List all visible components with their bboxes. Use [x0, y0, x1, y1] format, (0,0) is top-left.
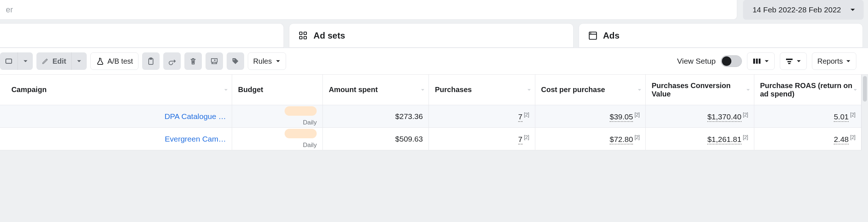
- col-status: [0, 75, 5, 105]
- revert-button[interactable]: [163, 52, 181, 70]
- breakdown-button[interactable]: [780, 52, 807, 70]
- create-split: [0, 52, 33, 70]
- create-caret[interactable]: [17, 52, 33, 70]
- export-button[interactable]: [206, 52, 223, 70]
- chevron-down-icon: [275, 59, 281, 64]
- campaign-table: Campaign Budget Amount spent Purchases: [0, 75, 861, 150]
- rules-label: Rules: [253, 57, 272, 66]
- svg-rect-12: [756, 59, 758, 64]
- budget-period: Daily: [238, 119, 317, 126]
- view-setup-label: View Setup: [677, 57, 716, 66]
- delete-button[interactable]: [184, 52, 202, 70]
- svg-rect-11: [753, 59, 755, 64]
- budget-cell: Daily: [232, 105, 323, 128]
- table-row[interactable]: DPA Catalogue … Daily $273.36 7[2] $39.0…: [0, 105, 861, 128]
- col-purchases[interactable]: Purchases: [429, 75, 535, 105]
- sort-caret-icon: [421, 88, 425, 92]
- col-purchases-conversion-value[interactable]: Purchases Conversion Value: [646, 75, 754, 105]
- col-budget[interactable]: Budget: [232, 75, 323, 105]
- amount-spent-cell: $273.36: [323, 105, 429, 128]
- tab-ad-sets[interactable]: Ad sets: [289, 23, 573, 48]
- search-fragment: er: [6, 5, 13, 15]
- ads-icon: [588, 31, 598, 41]
- row-status: [0, 105, 5, 128]
- flask-icon: [96, 57, 104, 65]
- search-input[interactable]: er: [0, 0, 737, 20]
- cpp-cell: $39.05[2]: [535, 105, 646, 128]
- trash-icon: [189, 57, 197, 65]
- undo-icon: [168, 57, 176, 65]
- sort-caret-icon: [224, 88, 228, 92]
- svg-rect-15: [787, 61, 791, 62]
- export-icon: [210, 58, 218, 65]
- columns-icon: [752, 58, 761, 65]
- svg-rect-3: [304, 36, 306, 39]
- date-range-picker[interactable]: 14 Feb 2022-28 Feb 2022: [743, 0, 864, 20]
- sort-caret-icon: [746, 88, 750, 92]
- svg-rect-1: [304, 32, 306, 35]
- campaign-name[interactable]: Evergreen Cam…: [5, 128, 232, 150]
- budget-period: Daily: [238, 142, 317, 149]
- tag-icon: [231, 57, 239, 65]
- sort-caret-icon: [527, 88, 531, 92]
- svg-point-6: [590, 33, 591, 33]
- view-setup: View Setup: [677, 55, 742, 67]
- row-status: [0, 128, 5, 150]
- budget-cell: Daily: [232, 128, 323, 150]
- col-campaign[interactable]: Campaign: [5, 75, 232, 105]
- rules-button[interactable]: Rules: [248, 52, 286, 70]
- columns-button[interactable]: [747, 52, 775, 70]
- chevron-down-icon: [796, 59, 801, 64]
- ab-test-button[interactable]: A/B test: [90, 52, 138, 70]
- pencil-icon: [42, 58, 49, 65]
- edit-split: Edit: [36, 52, 87, 70]
- clipboard-icon: [147, 57, 155, 65]
- svg-rect-14: [786, 59, 793, 60]
- pcv-cell: $1,261.81[2]: [646, 128, 754, 150]
- svg-rect-2: [300, 36, 302, 39]
- breakdown-icon: [785, 58, 793, 65]
- vertical-scrollbar[interactable]: [861, 75, 868, 150]
- col-cost-per-purchase[interactable]: Cost per purchase: [535, 75, 646, 105]
- chevron-down-icon: [850, 7, 856, 13]
- col-amount-spent[interactable]: Amount spent: [323, 75, 429, 105]
- sort-caret-icon: [637, 88, 642, 92]
- edit-button[interactable]: Edit: [36, 52, 71, 70]
- chevron-down-icon: [846, 59, 851, 64]
- tag-button[interactable]: [227, 52, 244, 70]
- svg-point-10: [233, 59, 234, 60]
- svg-rect-0: [300, 32, 302, 35]
- cpp-cell: $72.80[2]: [535, 128, 646, 150]
- view-setup-toggle[interactable]: [721, 55, 742, 67]
- date-range-label: 14 Feb 2022-28 Feb 2022: [752, 5, 841, 14]
- sort-caret-icon: [853, 88, 857, 92]
- purchases-cell: 7[2]: [429, 128, 535, 150]
- chevron-down-icon: [764, 59, 769, 64]
- toggle-knob: [722, 56, 731, 66]
- toolbar: Edit A/B test: [0, 48, 868, 75]
- amount-spent-cell: $509.63: [323, 128, 429, 150]
- budget-redacted: [285, 129, 317, 138]
- scrollbar-thumb[interactable]: [863, 76, 867, 102]
- roas-cell: 2.48[2]: [754, 128, 861, 150]
- table-row[interactable]: Evergreen Cam… Daily $509.63 7[2] $72.80…: [0, 128, 861, 150]
- reports-label: Reports: [817, 57, 843, 66]
- edit-label: Edit: [52, 57, 66, 66]
- svg-rect-7: [6, 59, 12, 63]
- create-button[interactable]: [0, 52, 17, 70]
- tab-ad-sets-label: Ad sets: [313, 31, 345, 41]
- col-roas[interactable]: Purchase ROAS (return on ad spend): [754, 75, 861, 105]
- budget-redacted: [285, 106, 317, 116]
- reports-button[interactable]: Reports: [812, 52, 856, 70]
- tab-ads[interactable]: Ads: [579, 23, 863, 48]
- edit-caret[interactable]: [71, 52, 87, 70]
- svg-rect-13: [759, 59, 761, 64]
- tab-ads-label: Ads: [603, 31, 619, 41]
- campaign-name[interactable]: DPA Catalogue …: [5, 105, 232, 128]
- roas-cell: 5.01[2]: [754, 105, 861, 128]
- duplicate-button[interactable]: [142, 52, 160, 70]
- purchases-cell: 7[2]: [429, 105, 535, 128]
- tab-campaigns[interactable]: [0, 23, 284, 48]
- ab-test-label: A/B test: [107, 57, 133, 66]
- svg-rect-16: [788, 63, 790, 64]
